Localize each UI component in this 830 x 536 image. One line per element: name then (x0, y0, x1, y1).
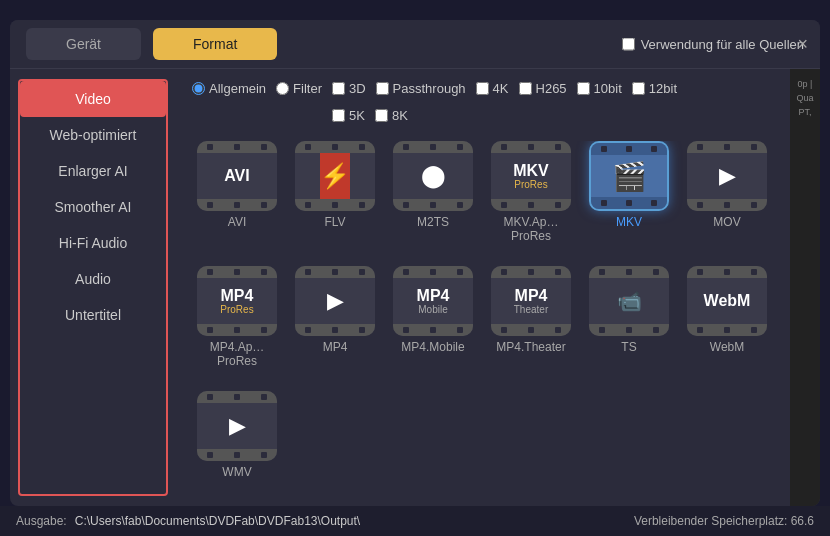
sidebar-item-untertitel[interactable]: Untertitel (20, 297, 166, 333)
format-label-avi: AVI (228, 215, 246, 229)
radio-allgemein[interactable]: Allgemein (192, 81, 266, 96)
sidebar-item-hifi-audio[interactable]: Hi-Fi Audio (20, 225, 166, 261)
format-label-mov: MOV (713, 215, 740, 229)
format-grid: AVI AVI ⚡ FLV (192, 141, 774, 494)
dialog-body: Video Web-optimiert Enlarger AI Smoother… (10, 69, 820, 506)
format-icon-wmv: ▶ (197, 391, 277, 461)
format-item-mov[interactable]: ▶ MOV (682, 141, 772, 258)
format-label-ts: TS (621, 340, 636, 354)
checkbox-12bit[interactable]: 12bit (632, 81, 677, 96)
format-icon-mov: ▶ (687, 141, 767, 211)
remaining-space: Verbleibender Speicherplatz: 66.6 (634, 514, 814, 528)
format-label-mp4-theater: MP4.Theater (496, 340, 565, 354)
checkbox-8k[interactable]: 8K (375, 108, 408, 123)
format-icon-mp4: ▶ (295, 266, 375, 336)
content-area: Allgemein Filter 3D Passthrough (176, 69, 790, 506)
checkbox-10bit[interactable]: 10bit (577, 81, 622, 96)
tab-geraet[interactable]: Gerät (26, 28, 141, 60)
use-all-sources-label: Verwendung für alle Quellen (641, 37, 804, 52)
radio-filter[interactable]: Filter (276, 81, 322, 96)
format-item-mp4[interactable]: ▶ MP4 (290, 266, 380, 383)
checkbox-3d[interactable]: 3D (332, 81, 366, 96)
format-item-ts[interactable]: 📹 TS (584, 266, 674, 383)
format-label-mp4-mobile: MP4.Mobile (401, 340, 464, 354)
format-label-mkv: MKV (616, 215, 642, 229)
bottom-bar: Ausgabe: C:\Users\fab\Documents\DVDFab\D… (0, 506, 830, 536)
sidebar-item-web-optimiert[interactable]: Web-optimiert (20, 117, 166, 153)
format-label-flv: FLV (324, 215, 345, 229)
format-label-webm: WebM (710, 340, 744, 354)
right-edge-line3: PT, (798, 107, 811, 117)
format-icon-webm: WebM (687, 266, 767, 336)
use-all-sources-checkbox[interactable] (622, 38, 635, 51)
options-row-2: 5K 8K (192, 108, 774, 123)
format-item-mp4-theater[interactable]: MP4 Theater MP4.Theater (486, 266, 576, 383)
right-edge-line2: Qua (796, 93, 813, 103)
format-label-mp4: MP4 (323, 340, 348, 354)
right-edge-line1: 0p | (798, 79, 813, 89)
sidebar-item-enlarger-ai[interactable]: Enlarger AI (20, 153, 166, 189)
options-section: Allgemein Filter 3D Passthrough (192, 81, 774, 131)
right-edge-bar: 0p | Qua PT, (790, 69, 820, 506)
ausgabe-label: Ausgabe: (16, 514, 67, 528)
format-item-mp4-prores[interactable]: MP4 ProRes MP4.Ap…ProRes (192, 266, 282, 383)
format-icon-flv: ⚡ (295, 141, 375, 211)
options-row-1: Allgemein Filter 3D Passthrough (192, 81, 774, 96)
format-label-wmv: WMV (222, 465, 251, 479)
sidebar: Video Web-optimiert Enlarger AI Smoother… (18, 79, 168, 496)
format-icon-mkv: 🎬 (589, 141, 669, 211)
format-item-mkv[interactable]: 🎬 MKV (584, 141, 674, 258)
sidebar-item-smoother-ai[interactable]: Smoother AI (20, 189, 166, 225)
sidebar-item-video[interactable]: Video (20, 81, 166, 117)
format-icon-ts: 📹 (589, 266, 669, 336)
format-item-webm[interactable]: WebM WebM (682, 266, 772, 383)
format-icon-m2ts: ⬤ (393, 141, 473, 211)
main-dialog: Gerät Format Verwendung für alle Quellen… (10, 20, 820, 506)
format-icon-mp4-theater: MP4 Theater (491, 266, 571, 336)
format-item-mkv-prores[interactable]: MKV ProRes MKV.Ap…ProRes (486, 141, 576, 258)
format-icon-mp4-prores: MP4 ProRes (197, 266, 277, 336)
format-icon-mp4-mobile: MP4 Mobile (393, 266, 473, 336)
checkbox-passthrough[interactable]: Passthrough (376, 81, 466, 96)
format-icon-mkv-prores: MKV ProRes (491, 141, 571, 211)
checkbox-4k[interactable]: 4K (476, 81, 509, 96)
format-label-mp4-prores: MP4.Ap…ProRes (192, 340, 282, 368)
format-item-mp4-mobile[interactable]: MP4 Mobile MP4.Mobile (388, 266, 478, 383)
format-item-flv[interactable]: ⚡ FLV (290, 141, 380, 258)
format-label-m2ts: M2TS (417, 215, 449, 229)
sidebar-item-audio[interactable]: Audio (20, 261, 166, 297)
dialog-header: Gerät Format Verwendung für alle Quellen… (10, 20, 820, 69)
close-button[interactable]: × (797, 35, 808, 53)
output-path: C:\Users\fab\Documents\DVDFab\DVDFab13\O… (75, 514, 360, 528)
checkbox-5k[interactable]: 5K (332, 108, 365, 123)
checkbox-h265[interactable]: H265 (519, 81, 567, 96)
format-label-mkv-prores: MKV.Ap…ProRes (486, 215, 576, 243)
top-right-option: Verwendung für alle Quellen (622, 37, 804, 52)
format-item-avi[interactable]: AVI AVI (192, 141, 282, 258)
format-item-wmv[interactable]: ▶ WMV (192, 391, 282, 494)
tab-format[interactable]: Format (153, 28, 277, 60)
format-icon-avi: AVI (197, 141, 277, 211)
format-item-m2ts[interactable]: ⬤ M2TS (388, 141, 478, 258)
